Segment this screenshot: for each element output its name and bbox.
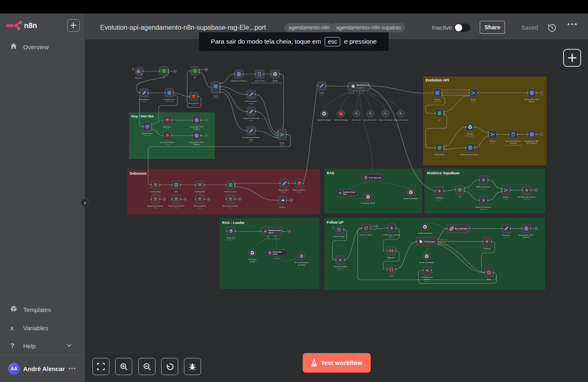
svg-text:mode: Rules: mode: Rules: [434, 101, 442, 103]
svg-text:Get: Get: [199, 193, 201, 195]
svg-text:Supabase: Supabase: [483, 248, 490, 249]
svg-text:append: append: [490, 143, 494, 144]
svg-text:pedir_reagenda...: pedir_reagenda...: [439, 244, 448, 246]
svg-text:Merge3: Merge3: [490, 141, 495, 142]
svg-text:append: append: [503, 198, 508, 200]
svg-text:Embeddings: Embeddings: [248, 259, 256, 260]
svg-text:manual: manual: [249, 120, 254, 121]
svg-text:Embeddings OpenAI: Embeddings OpenAI: [361, 202, 375, 204]
svg-text:Delete: Delete: [153, 207, 157, 209]
svg-text:FindPhone: FindPhone: [436, 197, 443, 199]
svg-text:mode: Rules: mode: Rules: [144, 135, 151, 136]
svg-text:SetConversation: SetConversation: [245, 101, 257, 102]
svg-text:Transcribe Recording: Transcribe Recording: [269, 82, 282, 84]
svg-text:Default Data: Default Data: [273, 251, 282, 253]
svg-text:Text Splitter*: Text Splitter*: [273, 258, 281, 259]
svg-text:Text Splitter: Text Splitter: [297, 264, 306, 266]
svg-text:ListaMsg-Redis: ListaMsg-Redis: [195, 191, 205, 193]
svg-text:Wait1: Wait1: [487, 279, 491, 280]
svg-text:FimFluxo: FimFluxo: [279, 206, 286, 208]
svg-text:BuscaTrapList1: BuscaTrapList1: [188, 103, 199, 104]
svg-text:ElevenLabsGenerateVoice: ElevenLabsGenerateVoice: [461, 154, 479, 156]
svg-text:Request3: Request3: [193, 128, 200, 130]
svg-text:DisableMessage-: DisableMessage-: [421, 277, 433, 278]
svg-text:Text Classifier: Text Classifier: [424, 241, 435, 243]
svg-text:Evolution API - HTTP: Evolution API - HTTP: [189, 142, 204, 143]
svg-text:ListChats-Supabase: ListChats-Supabase: [333, 266, 347, 268]
svg-text:FromMe Switch: FromMe Switch: [164, 99, 175, 101]
svg-text:Get: Get: [229, 207, 231, 209]
svg-text:Chat Model*: Chat Model*: [348, 92, 356, 94]
svg-text:Document*: Document*: [273, 238, 280, 240]
svg-text:mode: Rules: mode: Rules: [212, 97, 220, 99]
svg-text:getAll: row: getAll: row: [337, 268, 343, 270]
svg-text:Schedule Trigger: Schedule Trigger: [333, 236, 345, 237]
svg-text:make_call_meeting: make_call_meeting: [379, 119, 392, 121]
svg-text:AddChat-Supabase: AddChat-Supabase: [477, 186, 490, 188]
svg-text:Delete: Delete: [198, 207, 202, 209]
svg-text:Push: Push: [175, 207, 178, 209]
svg-text:OpenAI1: OpenAI1: [467, 133, 473, 135]
svg-text:Push: Push: [166, 128, 169, 130]
svg-text:Request: Request: [529, 101, 535, 103]
svg-text:RemoveFromTrapList: RemoveFromTrapList: [160, 142, 175, 143]
svg-text:Supabase Vector: Supabase Vector: [269, 230, 281, 231]
svg-text:create: row: create: row: [523, 198, 530, 200]
svg-text:OpenAI Chat Model: OpenAI Chat Model: [317, 119, 331, 121]
svg-text:RedisClearMSGs1: RedisClearMSGs1: [193, 205, 206, 207]
svg-text:HTTP Request1: HTTP Request1: [526, 143, 537, 144]
svg-text:ApagarConversationID: ApagarConversationID: [148, 205, 164, 207]
svg-text:Convert to File: Convert to File: [255, 80, 265, 82]
svg-text:OpenAI Chat Model1: OpenAI Chat Model1: [403, 198, 418, 200]
svg-text:Switch: Switch: [213, 95, 218, 97]
svg-text:Merge1: Merge1: [503, 196, 509, 198]
svg-text:GetAudio-HTTP Request: GetAudio-HTTP Request: [230, 80, 248, 82]
svg-text:OpenAI Chat Model2: OpenAI Chat Model2: [418, 233, 432, 234]
svg-text:GravaConversationID1: GravaConversationID1: [168, 205, 184, 207]
svg-text:Vector Store Tool: Vector Store Tool: [369, 177, 381, 179]
svg-text:input1: input1: [274, 131, 278, 132]
svg-text:Loop Over Items1: Loop Over Items1: [360, 234, 372, 236]
svg-text:Redis Chat Memory: Redis Chat Memory: [334, 119, 348, 121]
svg-text:update: row: update: row: [480, 209, 487, 210]
svg-text:download: file: download: file: [227, 239, 235, 241]
svg-text:Request1: Request1: [523, 237, 529, 238]
svg-text:IF-ElevenLabs: IF-ElevenLabs: [435, 154, 445, 156]
svg-text:manual: manual: [249, 141, 254, 143]
svg-text:BuscaConversationID1: BuscaConversationID1: [223, 205, 238, 207]
svg-text:Merge: Merge: [280, 142, 284, 144]
svg-text:Agendamento AI: Agendamento AI: [357, 84, 369, 86]
svg-text:ListMessages-Supabase: ListMessages-Supabase: [383, 234, 400, 236]
svg-text:get: row: get: row: [437, 199, 442, 201]
svg-text:manual: manual: [319, 94, 324, 96]
svg-text:OpenAI1: OpenAI1: [249, 261, 256, 263]
svg-text:UpdateChat-Supabase: UpdateChat-Supabase: [476, 206, 492, 208]
svg-text:Request2: Request2: [193, 144, 200, 145]
svg-text:Get: Get: [192, 105, 195, 106]
svg-text:atendente_resp...: atendente_resp...: [439, 239, 448, 241]
svg-text:Move File to Base64 String: Move File to Base64 String: [505, 145, 521, 146]
svg-text:mode: Rules: mode: Rules: [166, 101, 173, 103]
svg-text:append: append: [280, 144, 284, 146]
svg-text:Memory: Memory: [358, 92, 363, 94]
svg-text:Delete: Delete: [297, 191, 301, 193]
svg-text:Audio-Base64-Extract: Audio-Base64-Extract: [506, 141, 521, 142]
svg-text:Webhook: Webhook: [135, 77, 142, 79]
svg-text:If3: If3: [459, 196, 461, 198]
svg-text:get_horarios: get_horarios: [352, 119, 361, 121]
svg-text:Store: Store: [343, 193, 347, 195]
svg-text:list_calls_meeting: list_calls_meeting: [364, 119, 376, 121]
svg-text:Google Drive: Google Drive: [226, 237, 235, 239]
svg-text:RemoveCliente: RemoveCliente: [142, 133, 153, 134]
svg-text:Push: Push: [154, 193, 157, 195]
svg-text:Switch1: Switch1: [435, 99, 440, 101]
svg-text:Evolution API- HTTP: Evolution API- HTTP: [190, 126, 204, 128]
svg-text:create: row: create: row: [480, 188, 487, 190]
svg-text:RedisPushMsgs: RedisPushMsgs: [150, 191, 161, 193]
svg-text:OpenAI Chat Model3: OpenAI Chat Model3: [419, 262, 433, 263]
svg-text:RedisClearMSGs: RedisClearMSGs: [293, 189, 305, 191]
svg-text:getAll: row: getAll: row: [388, 236, 395, 238]
svg-text:Code1: Code1: [389, 275, 393, 277]
svg-text:CreateMessage-Supabase: CreateMessage-Supabase: [517, 196, 536, 198]
svg-text:Tools Agent: Tools Agent: [357, 87, 364, 89]
